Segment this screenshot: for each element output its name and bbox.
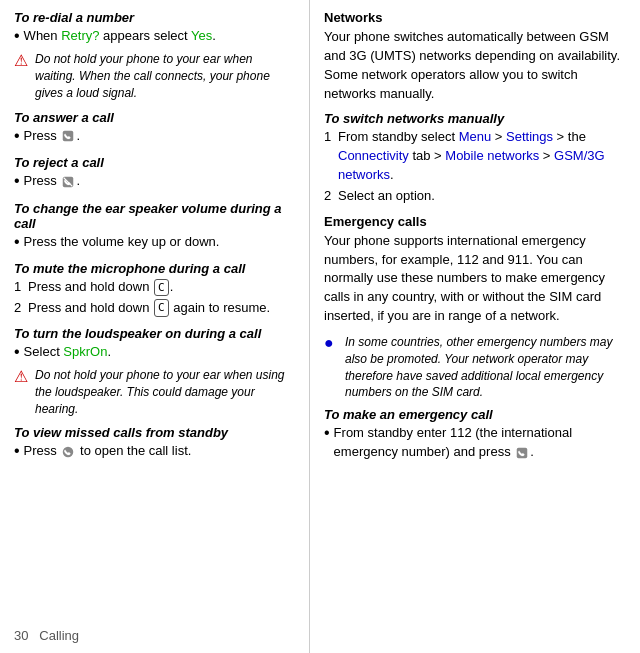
warning-redial: ⚠ Do not hold your phone to your ear whe… [14,51,295,101]
bullet-symbol: • [14,125,20,147]
call-answer-icon [61,127,75,146]
missed-calls-text: Press to open the call list. [24,442,295,461]
info-box-emergency: ● In some countries, other emergency num… [324,334,626,401]
retry-highlight: Retry? [61,28,99,43]
bullet-symbol: • [14,231,20,253]
bullet-redial: • When Retry? appears select Yes. [14,27,295,47]
answer-text: Press . [24,127,295,146]
mute-step-2: 2 Press and hold down C again to resume. [14,299,295,318]
section-ear-volume-title: To change the ear speaker volume during … [14,201,295,231]
section-answer-title: To answer a call [14,110,295,125]
ear-volume-text: Press the volume key up or down. [24,233,295,252]
loudspeaker-text: Select SpkrOn. [24,343,295,362]
switch-step-2: 2 Select an option. [324,187,626,206]
section-label: Calling [39,628,79,643]
c-key-2: C [154,299,169,317]
bullet-loudspeaker: • Select SpkrOn. [14,343,295,363]
emergency-heading: Emergency calls [324,214,626,229]
section-ear-volume: To change the ear speaker volume during … [14,201,295,253]
warning-icon-2: ⚠ [14,367,30,386]
bullet-symbol: • [14,25,20,47]
svg-point-3 [63,447,74,458]
page-number: 30 [14,628,28,643]
section-missed-calls: To view missed calls from standby • Pres… [14,425,295,462]
section-missed-calls-title: To view missed calls from standby [14,425,295,440]
warning-redial-text: Do not hold your phone to your ear when … [35,51,295,101]
networks-body: Your phone switches automatically betwee… [324,28,626,103]
switch-step1-text: From standby select Menu > Settings > th… [338,128,626,185]
switch-step-1: 1 From standby select Menu > Settings > … [324,128,626,185]
bullet-make-emergency: • From standby enter 112 (the internatio… [324,424,626,462]
bullet-missed-calls: • Press to open the call list. [14,442,295,462]
c-key-1: C [154,279,169,297]
mute-step1-text: Press and hold down C. [28,278,295,297]
right-column: Networks Your phone switches automatical… [310,0,640,653]
make-emergency-text: From standby enter 112 (the internationa… [334,424,626,462]
info-icon: ● [324,334,340,352]
section-reject: To reject a call • Press . [14,155,295,192]
connectivity-highlight: Connectivity [338,148,409,163]
menu-highlight: Menu [459,129,492,144]
section-loudspeaker-title: To turn the loudspeaker on during a call [14,326,295,341]
section-switch-networks: To switch networks manually 1 From stand… [324,111,626,205]
networks-heading: Networks [324,10,626,25]
section-mute-title: To mute the microphone during a call [14,261,295,276]
mobile-networks-highlight: Mobile networks [445,148,539,163]
warning-loudspeaker: ⚠ Do not hold your phone to your ear whe… [14,367,295,417]
warning-icon: ⚠ [14,51,30,70]
switch-step-num-1: 1 [324,128,334,147]
step-num-1: 1 [14,278,24,297]
call-reject-icon [61,172,75,191]
emergency-call-icon [515,443,529,462]
bullet-symbol: • [324,422,330,444]
switch-step-num-2: 2 [324,187,334,206]
bullet-symbol: • [14,341,20,363]
section-loudspeaker: To turn the loudspeaker on during a call… [14,326,295,418]
info-text: In some countries, other emergency numbe… [345,334,626,401]
emergency-body: Your phone supports international emerge… [324,232,626,326]
section-make-emergency: To make an emergency call • From standby… [324,407,626,462]
step-num-2: 2 [14,299,24,318]
svg-rect-0 [63,131,74,142]
spkron-highlight: SpkrOn [63,344,107,359]
svg-rect-4 [517,447,528,458]
make-emergency-title: To make an emergency call [324,407,626,422]
page-footer: 30 Calling [14,628,79,643]
settings-highlight: Settings [506,129,553,144]
switch-networks-title: To switch networks manually [324,111,626,126]
reject-text: Press . [24,172,295,191]
section-redial: To re-dial a number • When Retry? appear… [14,10,295,102]
redial-text: When Retry? appears select Yes. [24,27,295,46]
section-networks: Networks Your phone switches automatical… [324,10,626,103]
section-mute: To mute the microphone during a call 1 P… [14,261,295,318]
switch-step2-text: Select an option. [338,187,626,206]
yes-highlight: Yes [191,28,212,43]
bullet-answer: • Press . [14,127,295,147]
bullet-ear-volume: • Press the volume key up or down. [14,233,295,253]
mute-step2-text: Press and hold down C again to resume. [28,299,295,318]
left-column: To re-dial a number • When Retry? appear… [0,0,310,653]
section-reject-title: To reject a call [14,155,295,170]
bullet-symbol: • [14,170,20,192]
section-emergency: Emergency calls Your phone supports inte… [324,214,626,326]
bullet-symbol: • [14,440,20,462]
bullet-reject: • Press . [14,172,295,192]
section-answer: To answer a call • Press . [14,110,295,147]
warning-loudspeaker-text: Do not hold your phone to your ear when … [35,367,295,417]
page-container: To re-dial a number • When Retry? appear… [0,0,640,653]
mute-step-1: 1 Press and hold down C. [14,278,295,297]
section-redial-title: To re-dial a number [14,10,295,25]
call-list-icon [61,443,75,462]
